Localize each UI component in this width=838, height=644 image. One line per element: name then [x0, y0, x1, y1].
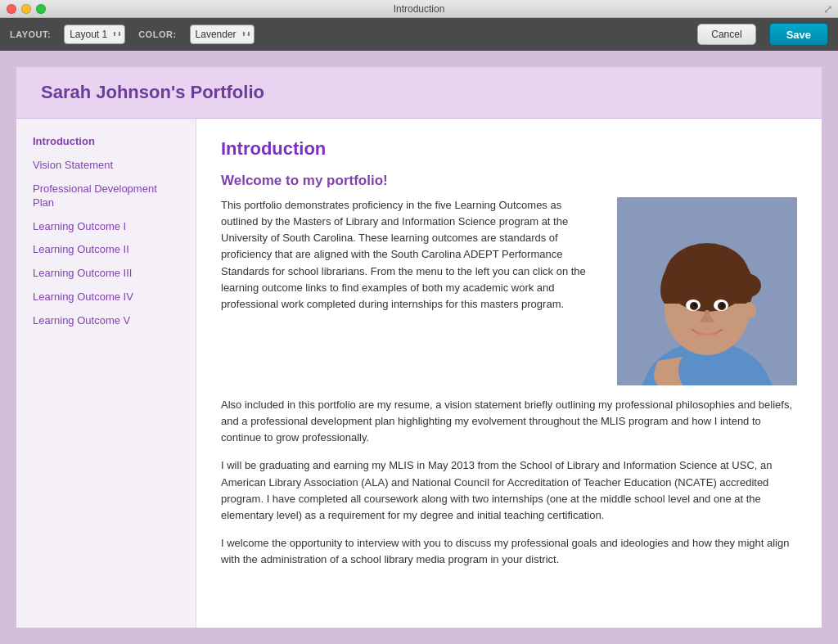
svg-point-11	[693, 304, 696, 307]
sidebar-item-learning-outcome-3[interactable]: Learning Outcome III	[33, 267, 179, 281]
resize-icon: ⤢	[823, 2, 833, 16]
sidebar-item-introduction[interactable]: Introduction	[33, 135, 179, 149]
layout-select[interactable]: Layout 1 Layout 2 Layout 3	[64, 25, 125, 44]
profile-svg	[617, 197, 797, 385]
sidebar-item-learning-outcome-2[interactable]: Learning Outcome II	[33, 243, 179, 257]
portfolio-body: Introduction Vision Statement Profession…	[16, 119, 822, 628]
minimize-button[interactable]	[21, 4, 31, 14]
window-controls[interactable]	[7, 4, 46, 14]
sidebar: Introduction Vision Statement Profession…	[16, 119, 196, 628]
sidebar-item-vision-statement[interactable]: Vision Statement	[33, 159, 179, 173]
portfolio-header: Sarah Johnson's Portfolio	[16, 67, 822, 119]
content-with-image: This portfolio demonstrates proficiency …	[221, 197, 797, 385]
content-area: Introduction Welcome to my portfolio! Th…	[196, 119, 822, 628]
sidebar-item-professional-development[interactable]: Professional Development Plan	[33, 182, 179, 210]
main-area: Sarah Johnson's Portfolio Introduction V…	[0, 51, 838, 644]
svg-point-12	[721, 304, 724, 307]
sidebar-item-learning-outcome-5[interactable]: Learning Outcome V	[33, 314, 179, 328]
sidebar-item-learning-outcome-1[interactable]: Learning Outcome I	[33, 220, 179, 234]
sidebar-item-learning-outcome-4[interactable]: Learning Outcome IV	[33, 290, 179, 304]
layout-select-wrapper[interactable]: Layout 1 Layout 2 Layout 3	[64, 25, 125, 44]
layout-label: LAYOUT:	[10, 29, 51, 39]
paragraph-1: This portfolio demonstrates proficiency …	[221, 197, 601, 385]
color-select-wrapper[interactable]: Lavender Blue Green Red	[190, 25, 255, 44]
color-label: COLOR:	[138, 29, 176, 39]
welcome-heading: Welcome to my portfolio!	[221, 173, 797, 189]
toolbar: LAYOUT: Layout 1 Layout 2 Layout 3 COLOR…	[0, 18, 838, 51]
save-button[interactable]: Save	[769, 23, 828, 46]
svg-point-5	[743, 302, 756, 318]
content-heading: Introduction	[221, 138, 797, 160]
color-select[interactable]: Lavender Blue Green Red	[190, 25, 255, 44]
paragraph-4: I welcome the opportunity to interview w…	[221, 535, 797, 568]
close-button[interactable]	[7, 4, 16, 14]
title-bar: Introduction ⤢	[0, 0, 838, 18]
svg-point-6	[732, 273, 761, 298]
cancel-button[interactable]: Cancel	[697, 24, 755, 45]
paragraph-2: Also included in this portfolio are my r…	[221, 397, 797, 446]
window-title: Introduction	[394, 3, 445, 15]
profile-image	[617, 197, 797, 385]
portfolio-container: Sarah Johnson's Portfolio Introduction V…	[16, 67, 822, 628]
maximize-button[interactable]	[36, 4, 46, 14]
paragraph-3: I will be graduating and earning my MLIS…	[221, 457, 797, 524]
portfolio-title: Sarah Johnson's Portfolio	[41, 82, 797, 103]
